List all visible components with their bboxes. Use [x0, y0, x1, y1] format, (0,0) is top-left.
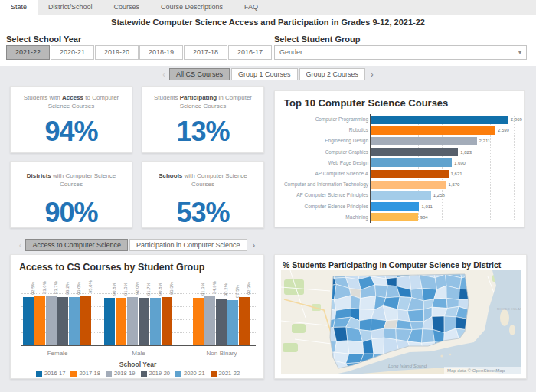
- legend-item: 2021-22: [211, 370, 240, 377]
- bar-label: AP Computer Science A: [279, 168, 368, 179]
- bar[interactable]: [34, 296, 45, 345]
- kpi-value: 90%: [11, 197, 132, 229]
- bar[interactable]: [139, 298, 149, 345]
- bar-label: Machining: [279, 212, 368, 223]
- bar-label: Engineering Design: [279, 136, 368, 146]
- map-attribution: Map data © OpenStreetMap: [447, 368, 505, 373]
- bar[interactable]: [371, 170, 449, 178]
- bar[interactable]: [80, 296, 91, 345]
- tab-faq[interactable]: FAQ: [234, 0, 269, 15]
- student-group-filter-label: Select Student Group: [274, 34, 360, 44]
- kpi-card-access: Students with Access to Computer Science…: [10, 86, 132, 153]
- bar-value: 94.9%: [212, 280, 217, 293]
- legend-item: 2018-19: [106, 370, 136, 377]
- bar[interactable]: [127, 297, 138, 345]
- bar-value: 90.2%: [224, 283, 228, 296]
- bar-label: Computer Graphics: [279, 147, 368, 158]
- year-button-2021-22[interactable]: 2021-22: [6, 45, 50, 60]
- year-button-2019-20[interactable]: 2019-20: [95, 45, 139, 60]
- top10-courses-panel: Top 10 Computer Science Courses Computer…: [274, 90, 525, 227]
- toggle-prev-icon: ‹: [159, 70, 169, 79]
- bar[interactable]: [57, 297, 68, 345]
- bar[interactable]: [69, 297, 80, 345]
- legend: 2016-172017-182018-192019-202020-212021-…: [11, 370, 265, 377]
- toggle-next-icon[interactable]: ›: [367, 70, 377, 79]
- legend-swatch: [141, 371, 147, 377]
- bar-value: 2,599: [498, 128, 509, 132]
- group-1-courses-button[interactable]: Group 1 Courses: [231, 68, 298, 80]
- category-label: Non-Binary: [206, 350, 237, 357]
- legend-swatch: [36, 371, 42, 377]
- category-label: Female: [47, 350, 68, 357]
- school-year-filter-label: Select School Year: [6, 34, 81, 44]
- legend-item: 2020-21: [175, 370, 205, 377]
- bar[interactable]: [371, 202, 419, 211]
- kpi-label: Students Participating in Computer Scien…: [152, 94, 254, 111]
- bar[interactable]: [371, 137, 477, 145]
- bar-value: 90.8%: [158, 283, 162, 296]
- bar-value: 93.7%: [54, 281, 58, 294]
- bar[interactable]: [371, 191, 431, 200]
- bar[interactable]: [193, 298, 204, 345]
- bar[interactable]: [371, 116, 508, 124]
- bar[interactable]: [371, 181, 446, 189]
- access-metric-button[interactable]: Access to Computer Science: [25, 239, 128, 251]
- year-button-2016-17[interactable]: 2016-17: [228, 45, 272, 60]
- bar-label: Computer Programming: [279, 114, 368, 125]
- tab-courses[interactable]: Courses: [103, 0, 151, 15]
- bar[interactable]: [227, 300, 238, 346]
- bar-value: 93.3%: [169, 282, 174, 295]
- water-label: Long Island Sound: [388, 364, 427, 368]
- kpi-value: 94%: [11, 116, 132, 148]
- bar[interactable]: [216, 299, 227, 345]
- kpi-value: 53%: [142, 197, 263, 229]
- bar[interactable]: [371, 148, 458, 156]
- all-cs-courses-button[interactable]: All CS Courses: [169, 68, 230, 80]
- year-button-2017-18[interactable]: 2017-18: [184, 45, 227, 60]
- legend-item: 2019-20: [141, 370, 171, 377]
- toggle-next-icon[interactable]: ›: [249, 240, 260, 250]
- group-2-courses-button[interactable]: Group 2 Courses: [299, 68, 366, 80]
- bar-value: 91.3%: [201, 283, 205, 296]
- grouped-bar-chart: 92.5%93.6%93.7%93.2%93.0%95.0%Female90.8…: [11, 276, 265, 380]
- year-button-2020-21[interactable]: 2020-21: [51, 45, 94, 60]
- participation-metric-button[interactable]: Participation in Computer Science: [129, 239, 247, 251]
- tab-course-descriptions[interactable]: Course Descriptions: [150, 0, 234, 15]
- bar[interactable]: [371, 213, 418, 221]
- map-title: % Students Participating in Computer Sci…: [283, 260, 526, 270]
- bar[interactable]: [204, 296, 215, 346]
- district-choropleth-map[interactable]: Long Island Sound RHODE ISLAND Map data …: [281, 270, 521, 374]
- legend-swatch: [211, 371, 217, 377]
- bar-value: 91.0%: [123, 283, 128, 296]
- bar-value: 92.3%: [247, 282, 251, 295]
- bar-label: AP Computer Science Principles: [279, 190, 368, 201]
- tab-state[interactable]: State: [0, 0, 38, 15]
- top10-chart-title: Top 10 Computer Science Courses: [284, 97, 524, 109]
- chevron-down-icon: ▾: [518, 46, 521, 59]
- bar[interactable]: [104, 298, 115, 345]
- tab-district-school[interactable]: District/School: [38, 0, 103, 15]
- map-panel: % Students Participating in Computer Sci…: [274, 254, 527, 379]
- bar[interactable]: [23, 297, 34, 345]
- student-group-dropdown-value: Gender: [279, 48, 302, 56]
- region-label: RHODE ISLAND: [497, 307, 521, 311]
- bar[interactable]: [116, 298, 126, 345]
- student-group-dropdown[interactable]: Gender ▾: [274, 45, 527, 60]
- axis-line: [21, 345, 256, 346]
- bar[interactable]: [239, 297, 250, 345]
- bar-value: 95.0%: [88, 280, 93, 293]
- bar[interactable]: [371, 158, 452, 167]
- map-svg[interactable]: Long Island Sound RHODE ISLAND Map data …: [281, 270, 521, 374]
- bar[interactable]: [162, 297, 172, 345]
- bar-label: Computer and Information Technology: [279, 179, 368, 190]
- bar[interactable]: [46, 296, 57, 345]
- top10-bar-chart: Computer Programming2,869Robotics2,599En…: [279, 114, 521, 223]
- bar[interactable]: [371, 126, 495, 135]
- bar-value: 92.5%: [31, 282, 35, 295]
- bar-label: Robotics: [279, 125, 368, 136]
- year-button-2018-19[interactable]: 2018-19: [139, 45, 183, 60]
- bar[interactable]: [150, 298, 161, 345]
- grouped-chart-title: Access to CS Courses by Student Group: [19, 262, 263, 273]
- category-label: Male: [132, 350, 145, 357]
- metric-toggle: ‹ Access to Computer Science Participati…: [10, 239, 264, 251]
